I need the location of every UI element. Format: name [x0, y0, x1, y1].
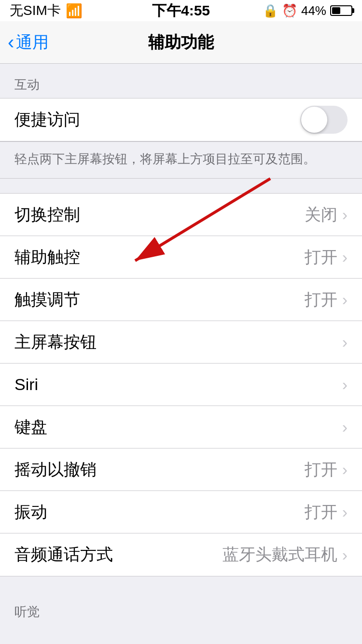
assistive-touch-value: 打开	[305, 246, 337, 268]
vibration-chevron: ›	[342, 503, 348, 521]
chevron-left-icon: ‹	[8, 32, 14, 52]
touch-accommodation-label: 触摸调节	[14, 289, 80, 311]
lock-icon: 🔒	[263, 3, 278, 18]
vibration-label: 振动	[14, 501, 47, 523]
row-shortcut-access[interactable]: 便捷访问	[0, 98, 362, 141]
keyboard-chevron: ›	[342, 418, 348, 436]
assistive-touch-chevron: ›	[342, 248, 348, 266]
row-call-audio[interactable]: 音频通话方式 蓝牙头戴式耳机 ›	[0, 533, 362, 576]
call-audio-value: 蓝牙头戴式耳机	[223, 544, 337, 566]
row-keyboard[interactable]: 键盘 ›	[0, 406, 362, 448]
battery-percentage: 44%	[301, 3, 326, 18]
back-button[interactable]: ‹ 通用	[8, 31, 49, 54]
siri-chevron: ›	[342, 375, 348, 394]
shortcut-access-description: 轻点两下主屏幕按钮，将屏幕上方项目拉至可及范围。	[0, 141, 362, 179]
shake-undo-chevron: ›	[342, 460, 348, 479]
section-header-interaction: 互动	[0, 64, 362, 98]
call-audio-chevron: ›	[342, 546, 348, 564]
row-vibration[interactable]: 振动 打开 ›	[0, 491, 362, 533]
carrier-label: 无SIM卡	[10, 1, 61, 20]
shortcut-access-toggle[interactable]	[300, 106, 348, 134]
shake-undo-value: 打开	[305, 459, 337, 481]
row-touch-accommodation[interactable]: 触摸调节 打开 ›	[0, 279, 362, 321]
row-assistive-touch[interactable]: 辅助触控 打开 ›	[0, 236, 362, 279]
row-home-button[interactable]: 主屏幕按钮 ›	[0, 321, 362, 364]
back-label: 通用	[16, 31, 49, 54]
alarm-icon: ⏰	[282, 3, 297, 18]
nav-bar: ‹ 通用 辅助功能	[0, 21, 362, 64]
row-switch-control[interactable]: 切换控制 关闭 ›	[0, 194, 362, 236]
assistive-touch-label: 辅助触控	[14, 246, 80, 268]
settings-group-controls: 切换控制 关闭 › 辅助触控 打开 › 触摸调节 打开 › 主屏幕按钮 › Si…	[0, 193, 362, 576]
touch-accommodation-value: 打开	[305, 289, 337, 311]
keyboard-label: 键盘	[14, 416, 47, 438]
page-title: 辅助功能	[148, 31, 214, 54]
row-siri[interactable]: Siri ›	[0, 364, 362, 406]
status-bar: 无SIM卡 📶 下午4:55 🔒 ⏰ 44%	[0, 0, 362, 21]
siri-label: Siri	[14, 375, 38, 394]
touch-accommodation-chevron: ›	[342, 290, 348, 309]
home-button-label: 主屏幕按钮	[14, 331, 97, 353]
shortcut-access-label: 便捷访问	[14, 109, 80, 131]
home-button-chevron: ›	[342, 333, 348, 351]
section-header-hearing: 听觉	[0, 591, 362, 625]
time-label: 下午4:55	[152, 1, 210, 21]
switch-control-label: 切换控制	[14, 204, 80, 226]
vibration-value: 打开	[305, 501, 337, 523]
switch-control-value: 关闭	[305, 204, 337, 226]
call-audio-label: 音频通话方式	[14, 544, 113, 566]
switch-control-chevron: ›	[342, 205, 348, 224]
battery-icon	[330, 5, 352, 16]
wifi-icon: 📶	[66, 3, 83, 19]
row-shake-undo[interactable]: 摇动以撤销 打开 ›	[0, 448, 362, 491]
shake-undo-label: 摇动以撤销	[14, 459, 97, 481]
settings-group-toggle: 便捷访问	[0, 98, 362, 141]
